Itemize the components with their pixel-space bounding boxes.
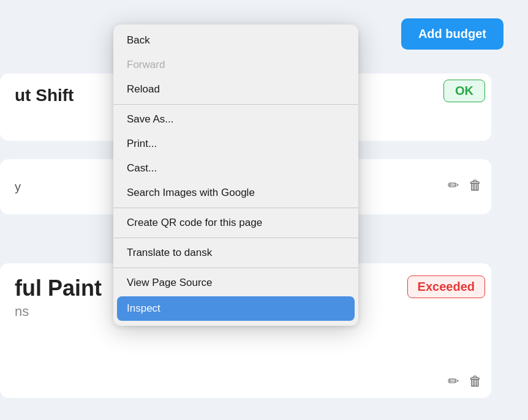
edit-button-bottom[interactable]: ✏ — [448, 373, 459, 389]
separator-after-search-images — [113, 208, 358, 208]
card-mid-label: y — [15, 180, 21, 194]
exceeded-badge: Exceeded — [407, 276, 485, 298]
menu-item-save-as[interactable]: Save As... — [113, 107, 358, 132]
card-top-label: ut Shift — [15, 86, 74, 105]
context-menu: BackForwardReloadSave As...Print...Cast.… — [113, 24, 358, 326]
menu-item-print[interactable]: Print... — [113, 132, 358, 156]
menu-item-reload[interactable]: Reload — [113, 77, 358, 102]
delete-button-bottom[interactable]: 🗑 — [469, 373, 482, 389]
delete-button-top[interactable]: 🗑 — [469, 178, 482, 193]
menu-item-create-qr[interactable]: Create QR code for this page — [113, 211, 358, 235]
card-bottom-actions: ✏ 🗑 — [448, 373, 482, 389]
menu-item-inspect[interactable]: Inspect — [117, 296, 355, 321]
separator-after-reload — [113, 104, 358, 105]
ok-badge: OK — [443, 80, 485, 102]
card-mid-actions: ✏ 🗑 — [448, 178, 482, 193]
menu-item-forward: Forward — [113, 53, 358, 77]
separator-after-create-qr — [113, 238, 358, 238]
menu-item-translate[interactable]: Translate to dansk — [113, 241, 358, 265]
add-budget-button[interactable]: Add budget — [401, 18, 503, 50]
menu-item-cast[interactable]: Cast... — [113, 156, 358, 181]
menu-item-search-images[interactable]: Search Images with Google — [113, 181, 358, 205]
separator-after-translate — [113, 268, 358, 268]
menu-item-back[interactable]: Back — [113, 28, 358, 53]
menu-item-view-source[interactable]: View Page Source — [113, 271, 358, 295]
edit-button-top[interactable]: ✏ — [448, 178, 459, 193]
